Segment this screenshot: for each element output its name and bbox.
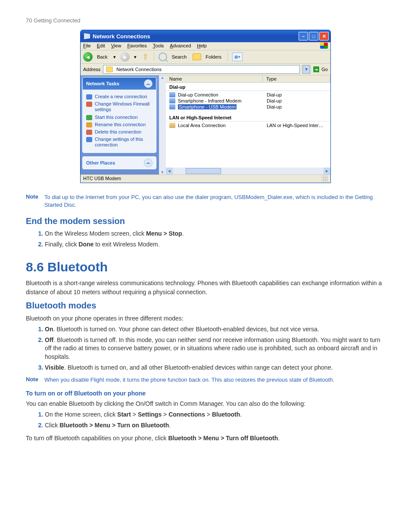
step: On the Wireless Modem screen, click Menu… <box>45 230 385 238</box>
views-button[interactable]: ▦▾ <box>232 53 243 61</box>
heading-end-session: End the modem session <box>26 216 385 226</box>
task-firewall[interactable]: Change Windows Firewall settings <box>86 101 153 112</box>
back-button[interactable]: ◄ <box>83 52 93 62</box>
folders-icon[interactable] <box>193 53 201 60</box>
group-lan: LAN or High-Speed Internet <box>166 113 330 121</box>
folders-label[interactable]: Folders <box>206 54 221 59</box>
menu-favorites[interactable]: Favorites <box>127 43 146 49</box>
modem-icon <box>169 92 175 97</box>
modes-intro: Bluetooth on your phone operates in thre… <box>26 314 385 323</box>
toolbar-separator <box>227 52 228 62</box>
row-infrared-modem[interactable]: Smartphone - Infrared Modem Dial-up <box>166 98 330 104</box>
side-scrollbar[interactable]: ▲▼ <box>159 75 166 174</box>
xp-window: Network Connections – □ ✕ File Edit View… <box>80 30 331 183</box>
menu-edit[interactable]: Edit <box>97 43 105 49</box>
note-flightmode: Note When you disable Flight mode, it tu… <box>26 376 385 384</box>
scroll-right-icon[interactable]: ► <box>324 168 330 174</box>
start-icon <box>86 115 92 120</box>
maximize-button[interactable]: □ <box>309 32 318 40</box>
mode-off: Off. Bluetooth is turned off. In this mo… <box>45 336 385 361</box>
collapse-icon[interactable]: ︽ <box>144 79 153 88</box>
task-settings[interactable]: Change settings of this connection <box>86 137 153 148</box>
step: On the Home screen, click Start > Settin… <box>45 411 385 419</box>
menu-tools[interactable]: Tools <box>153 43 164 49</box>
go-button[interactable]: ➔ Go <box>313 66 328 73</box>
step: Finally, click Done to exit Wireless Mod… <box>45 240 385 249</box>
address-dropdown[interactable]: ▼ <box>302 65 310 74</box>
page-header: 70 Getting Connected <box>26 17 385 24</box>
step: Click Bluetooth > Menu > Turn on Bluetoo… <box>45 421 385 430</box>
turn-off-text: To turn off Bluetooth capabilities on yo… <box>26 434 385 442</box>
task-rename[interactable]: Rename this connection <box>86 122 153 128</box>
horizontal-scrollbar[interactable]: ◄ ► <box>166 168 330 174</box>
window-title: Network Connections <box>93 33 150 40</box>
col-name[interactable]: Name <box>166 75 263 82</box>
row-usb-modem[interactable]: Smartphone - USB Modem Dial-up <box>166 104 330 110</box>
search-label[interactable]: Search <box>171 54 187 59</box>
address-input[interactable]: Network Connections <box>103 65 300 74</box>
lan-icon <box>169 123 175 128</box>
bluetooth-intro: Bluetooth is a short-range wireless comm… <box>26 279 385 296</box>
address-bar: Address Network Connections ▼ ➔ Go <box>81 64 330 75</box>
modes-list: On. Bluetooth is turned on. Your phone c… <box>26 325 385 372</box>
collapse-icon[interactable]: ︽ <box>144 159 153 167</box>
menu-file[interactable]: File <box>83 43 91 49</box>
status-text: HTC USB Modem <box>83 176 121 182</box>
side-panel: Network Tasks ︽ Create a new connection … <box>81 75 166 174</box>
note-dialer: Note To dial up to the Internet from you… <box>26 193 385 208</box>
forward-button[interactable]: ► <box>120 52 130 62</box>
rename-icon <box>86 122 92 128</box>
column-headers[interactable]: Name Type <box>166 75 330 83</box>
search-icon[interactable] <box>159 53 167 61</box>
address-label: Address <box>83 67 100 72</box>
windows-flag-icon <box>320 43 328 49</box>
delete-icon <box>86 130 92 135</box>
col-type[interactable]: Type <box>263 75 330 82</box>
other-places-header[interactable]: Other Places ︽ <box>83 157 156 169</box>
main-list: Name Type Dial-up Dial-up Connection Dia… <box>166 75 330 174</box>
go-icon: ➔ <box>313 66 320 73</box>
task-create-connection[interactable]: Create a new connection <box>86 94 153 100</box>
scroll-left-icon[interactable]: ◄ <box>166 168 173 174</box>
menubar: File Edit View Favorites Tools Advanced … <box>81 42 330 50</box>
toolbar: ◄ Back▾ ►▾ ⇧ Search Folders ▦▾ <box>81 50 330 64</box>
task-delete[interactable]: Delete this connection <box>86 129 153 135</box>
titlebar[interactable]: Network Connections – □ ✕ <box>81 30 330 42</box>
resize-grip-icon[interactable] <box>322 176 328 182</box>
address-icon <box>106 67 113 72</box>
window-icon <box>84 33 90 39</box>
scroll-thumb[interactable] <box>186 168 221 174</box>
mode-on: On. Bluetooth is turned on. Your phone c… <box>45 325 385 334</box>
up-button[interactable]: ⇧ <box>141 53 149 61</box>
settings-icon <box>86 137 92 142</box>
back-label: Back <box>97 54 107 59</box>
menu-help[interactable]: Help <box>197 43 207 49</box>
note-label: Note <box>26 193 38 208</box>
note-label: Note <box>26 376 38 384</box>
mode-visible: Visible. Bluetooth is turned on, and all… <box>45 364 385 372</box>
modem-icon <box>169 104 175 109</box>
note-text: When you disable Flight mode, it turns t… <box>44 376 334 384</box>
other-places-title: Other Places <box>86 160 115 165</box>
note-text: To dial up to the Internet from your PC,… <box>44 193 385 208</box>
menu-advanced[interactable]: Advanced <box>170 43 191 49</box>
modem-icon <box>169 98 175 103</box>
toolbar-separator <box>154 52 154 62</box>
network-tasks-title: Network Tasks <box>86 81 119 86</box>
group-dialup: Dial-up <box>166 83 330 91</box>
row-lan[interactable]: Local Area Connection LAN or High-Speed … <box>166 122 330 128</box>
address-value: Network Connections <box>116 67 162 72</box>
heading-bluetooth: 8.6 Bluetooth <box>26 260 385 274</box>
task-start[interactable]: Start this connection <box>86 115 153 120</box>
steps-end-session: On the Wireless Modem screen, click Menu… <box>26 230 385 249</box>
network-tasks-header[interactable]: Network Tasks ︽ <box>83 78 156 90</box>
heading-bt-modes: Bluetooth modes <box>26 301 385 311</box>
status-bar: HTC USB Modem <box>81 174 330 183</box>
row-dialup-connection[interactable]: Dial-up Connection Dial-up <box>166 92 330 98</box>
close-button[interactable]: ✕ <box>319 32 329 40</box>
menu-view[interactable]: View <box>111 43 121 49</box>
go-label: Go <box>321 67 328 72</box>
firewall-icon <box>86 102 92 107</box>
minimize-button[interactable]: – <box>299 32 308 40</box>
turn-intro: You can enable Bluetooth by clicking the… <box>26 399 385 408</box>
